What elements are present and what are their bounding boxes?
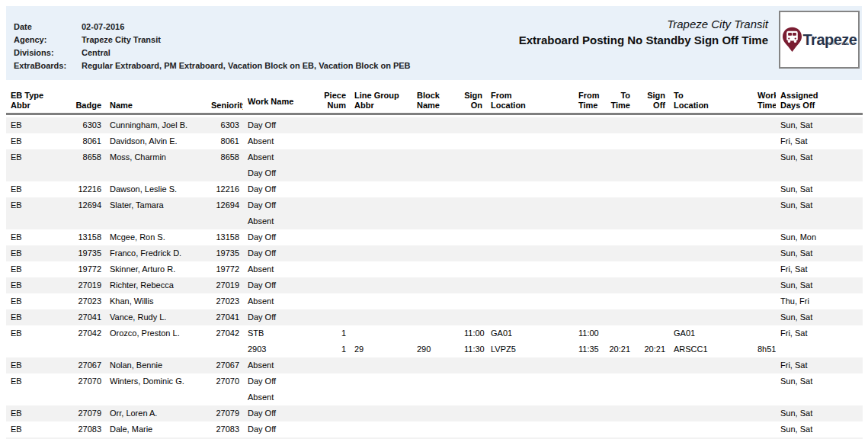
logo-sub-text: TRANSIT bbox=[828, 36, 857, 51]
cell-sign-off bbox=[634, 325, 669, 341]
cell-from-time bbox=[574, 405, 600, 421]
meta-label-agency: Agency: bbox=[14, 34, 82, 46]
cell-from-time bbox=[574, 421, 600, 437]
cell-from-time: 11:35 bbox=[574, 341, 600, 357]
cell-work-name: Day Off bbox=[243, 277, 319, 293]
cell-days-off: Sun, Sat bbox=[776, 421, 863, 437]
cell-sign-off: 20:21 bbox=[634, 341, 669, 357]
cell-line-group bbox=[350, 325, 412, 341]
cell-work-time bbox=[753, 181, 776, 197]
cell-piece-num bbox=[319, 357, 350, 373]
agency-title: Trapeze City Transit bbox=[519, 16, 768, 32]
cell-from-time bbox=[574, 245, 600, 261]
cell-sign-on: 11:00 bbox=[460, 325, 486, 341]
table-row: EB27070Winters, Dominic G.27070Day OffSu… bbox=[6, 373, 863, 389]
cell-to-location: ARSCC1 bbox=[669, 341, 753, 357]
cell-to-location bbox=[669, 309, 753, 325]
meta-row-agency: Agency: Trapeze City Transit bbox=[14, 34, 411, 46]
cell-seniority: 27067 bbox=[207, 357, 243, 373]
cell-sign-off bbox=[634, 181, 669, 197]
cell-sign-on bbox=[460, 133, 486, 149]
meta-value-divisions: Central bbox=[82, 46, 111, 59]
cell-seniority: 27041 bbox=[207, 309, 243, 325]
cell-block: 290 bbox=[412, 341, 460, 357]
cell-days-off: Fri, Sat bbox=[776, 261, 863, 277]
cell-sign-off bbox=[634, 245, 669, 261]
column-header-name: Name bbox=[105, 84, 207, 114]
cell-work-name: Absent bbox=[243, 213, 319, 229]
cell-work-name: STB bbox=[243, 325, 319, 341]
column-header-line2: On bbox=[464, 101, 482, 111]
cell-work-name: Day Off bbox=[243, 165, 319, 181]
column-header-from-location: FromLocation bbox=[486, 84, 574, 114]
column-header-line-group: Line GroupAbbr bbox=[350, 84, 412, 114]
cell-eb-type: EB bbox=[6, 181, 67, 197]
cell-sign-off bbox=[634, 357, 669, 373]
cell-days-off: Sun, Sat bbox=[776, 149, 863, 165]
cell-days-off: Fri, Sat bbox=[776, 357, 863, 373]
cell-eb-type bbox=[6, 341, 67, 357]
cell-work-time bbox=[753, 277, 776, 293]
cell-work-name: Day Off bbox=[243, 117, 319, 133]
table-row: EB8658Moss, Charmin8658AbsentSun, Sat bbox=[6, 149, 863, 165]
cell-eb-type: EB bbox=[6, 229, 67, 245]
cell-piece-num bbox=[319, 229, 350, 245]
cell-to-time bbox=[600, 261, 634, 277]
cell-eb-type: EB bbox=[6, 421, 67, 437]
cell-line-group bbox=[350, 277, 412, 293]
cell-line-group bbox=[350, 373, 412, 389]
cell-block bbox=[412, 149, 460, 165]
cell-piece-num bbox=[319, 373, 350, 389]
cell-to-location bbox=[669, 421, 753, 437]
cell-from-location bbox=[486, 261, 574, 277]
column-header-sign-off: SignOff bbox=[634, 84, 669, 114]
cell-work-name: Absent bbox=[243, 133, 319, 149]
cell-work-time bbox=[753, 197, 776, 213]
cell-piece-num bbox=[319, 213, 350, 229]
cell-sign-on bbox=[460, 197, 486, 213]
cell-work-time bbox=[753, 325, 776, 341]
cell-badge: 27041 bbox=[67, 309, 105, 325]
cell-piece-num bbox=[319, 277, 350, 293]
cell-piece-num bbox=[319, 149, 350, 165]
cell-from-location bbox=[486, 117, 574, 133]
cell-sign-off bbox=[634, 405, 669, 421]
cell-from-time bbox=[574, 229, 600, 245]
column-header-to-location: ToLocation bbox=[669, 84, 753, 114]
cell-work-time bbox=[753, 229, 776, 245]
cell-line-group bbox=[350, 197, 412, 213]
cell-from-location bbox=[486, 309, 574, 325]
meta-value-extraboards: Regular Extraboard, PM Extraboard, Vacat… bbox=[82, 59, 411, 72]
cell-piece-num bbox=[319, 389, 350, 405]
cell-sign-on: 11:30 bbox=[460, 341, 486, 357]
cell-piece-num bbox=[319, 421, 350, 437]
cell-sign-on bbox=[460, 373, 486, 389]
cell-badge: 19772 bbox=[67, 261, 105, 277]
column-header-line2: Name bbox=[417, 101, 456, 111]
column-header-line2: Time bbox=[578, 101, 596, 111]
table-row: EB13158Mcgee, Ron S.13158Day OffSun, Mon bbox=[6, 229, 863, 245]
column-header-badge: Badge bbox=[67, 84, 105, 114]
cell-to-time bbox=[600, 373, 634, 389]
cell-sign-off bbox=[634, 293, 669, 309]
cell-from-time: 11:00 bbox=[574, 325, 600, 341]
cell-badge bbox=[67, 389, 105, 405]
column-header-line1: Block bbox=[417, 91, 456, 101]
cell-to-location bbox=[669, 405, 753, 421]
table-row: EB27041Vance, Rudy L.27041Day OffSun, Sa… bbox=[6, 309, 863, 325]
cell-sign-on bbox=[460, 181, 486, 197]
cell-eb-type: EB bbox=[6, 373, 67, 389]
cell-from-location: LVPZ5 bbox=[486, 341, 574, 357]
cell-days-off: Fri, Sat bbox=[776, 133, 863, 149]
column-header-line2: Location bbox=[674, 101, 749, 111]
cell-block bbox=[412, 389, 460, 405]
trapeze-logo: Trapeze TRANSIT bbox=[779, 11, 860, 69]
cell-to-location bbox=[669, 293, 753, 309]
cell-sign-on bbox=[460, 309, 486, 325]
cell-sign-off bbox=[634, 133, 669, 149]
cell-work-name: Day Off bbox=[243, 245, 319, 261]
column-header-line1: Line Group bbox=[354, 91, 408, 101]
cell-sign-off bbox=[634, 261, 669, 277]
cell-eb-type: EB bbox=[6, 117, 67, 133]
cell-block bbox=[412, 117, 460, 133]
